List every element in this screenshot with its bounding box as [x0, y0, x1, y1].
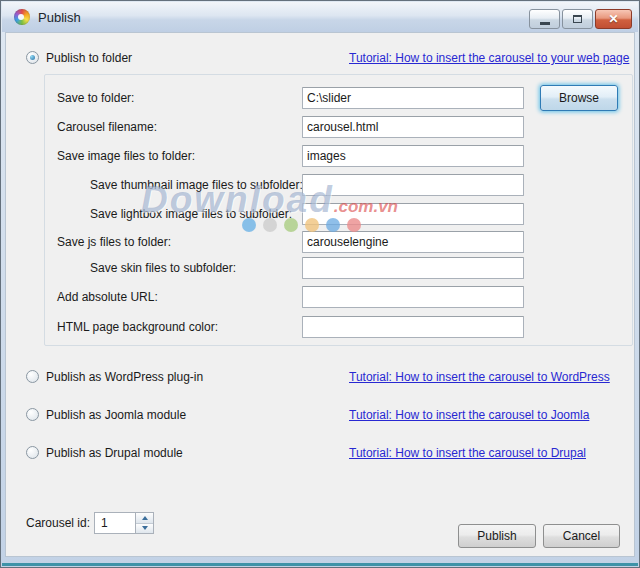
field-row: Carousel filename: [45, 116, 632, 138]
option-row-joomla: Publish as Joomla module Tutorial: How t… [6, 407, 640, 423]
spinner-buttons [135, 513, 153, 533]
field-row: Save js files to folder: [45, 231, 632, 253]
cancel-button[interactable]: Cancel [543, 524, 620, 548]
save-thumbnail-subfolder-label: Save thumbnail image files to subfolder: [90, 174, 303, 196]
tutorial-link-wordpress[interactable]: Tutorial: How to insert the carousel to … [349, 370, 610, 384]
field-row: Save thumbnail image files to subfolder: [45, 174, 632, 196]
radio-publish-drupal[interactable] [26, 446, 39, 459]
save-to-folder-input[interactable] [302, 87, 524, 109]
save-skin-subfolder-input[interactable] [302, 257, 524, 279]
html-bg-color-label: HTML page background color: [57, 316, 218, 338]
close-icon: ✕ [608, 13, 618, 25]
option-label-joomla: Publish as Joomla module [46, 408, 186, 422]
radio-publish-wordpress[interactable] [26, 370, 39, 383]
save-thumbnail-subfolder-input[interactable] [302, 174, 524, 196]
save-image-files-input[interactable] [302, 145, 524, 167]
absolute-url-input[interactable] [302, 286, 524, 308]
save-skin-subfolder-label: Save skin files to subfolder: [90, 257, 236, 279]
field-row: HTML page background color: [45, 316, 632, 338]
spin-up-icon [142, 516, 148, 520]
field-row: Add absolute URL: [45, 286, 632, 308]
tutorial-link-web-page[interactable]: Tutorial: How to insert the carousel to … [349, 51, 629, 65]
window-title: Publish [38, 10, 81, 25]
option-row-drupal: Publish as Drupal module Tutorial: How t… [6, 445, 640, 461]
titlebar[interactable]: Publish ✕ [2, 2, 638, 32]
carousel-id-row: Carousel id: [6, 512, 306, 534]
absolute-url-label: Add absolute URL: [57, 286, 158, 308]
save-js-files-label: Save js files to folder: [57, 231, 171, 253]
publish-button[interactable]: Publish [458, 524, 536, 548]
minimize-button[interactable] [529, 9, 560, 29]
tutorial-link-drupal[interactable]: Tutorial: How to insert the carousel to … [349, 446, 586, 460]
save-lightbox-subfolder-input[interactable] [302, 203, 524, 225]
radio-publish-to-folder[interactable] [26, 51, 39, 64]
app-icon [14, 9, 30, 25]
option-label-wordpress: Publish as WordPress plug-in [46, 370, 203, 384]
spin-up-button[interactable] [136, 513, 153, 524]
dialog-body: Publish to folder Tutorial: How to inser… [5, 32, 635, 557]
tutorial-link-joomla[interactable]: Tutorial: How to insert the carousel to … [349, 408, 589, 422]
carousel-filename-input[interactable] [302, 116, 524, 138]
radio-publish-joomla[interactable] [26, 408, 39, 421]
option-row-folder: Publish to folder Tutorial: How to inser… [6, 50, 640, 66]
carousel-filename-label: Carousel filename: [57, 116, 157, 138]
field-row: Save image files to folder: [45, 145, 632, 167]
folder-settings-group: Save to folder: Browse Carousel filename… [44, 74, 633, 346]
browse-button[interactable]: Browse [540, 85, 618, 111]
save-js-files-input[interactable] [302, 231, 524, 253]
close-button[interactable]: ✕ [595, 9, 632, 29]
carousel-id-spinbox [94, 512, 154, 534]
save-lightbox-subfolder-label: Save lightbox image files to subfolder: [90, 203, 292, 225]
save-to-folder-label: Save to folder: [57, 87, 134, 109]
html-bg-color-input[interactable] [302, 316, 524, 338]
maximize-icon [573, 15, 582, 23]
field-row: Save skin files to subfolder: [45, 257, 632, 279]
publish-dialog: Publish ✕ Publish to folder Tutorial: Ho… [0, 0, 640, 568]
maximize-button[interactable] [562, 9, 593, 29]
option-label-drupal: Publish as Drupal module [46, 446, 183, 460]
spin-down-icon [142, 526, 148, 530]
option-row-wordpress: Publish as WordPress plug-in Tutorial: H… [6, 369, 640, 385]
spin-down-button[interactable] [136, 524, 153, 534]
save-image-files-label: Save image files to folder: [57, 145, 195, 167]
field-row: Save lightbox image files to subfolder: [45, 203, 632, 225]
window-controls: ✕ [529, 9, 632, 29]
field-row: Save to folder: Browse [45, 87, 632, 109]
minimize-icon [540, 22, 550, 25]
carousel-id-label: Carousel id: [26, 512, 90, 534]
option-label-folder: Publish to folder [46, 51, 132, 65]
